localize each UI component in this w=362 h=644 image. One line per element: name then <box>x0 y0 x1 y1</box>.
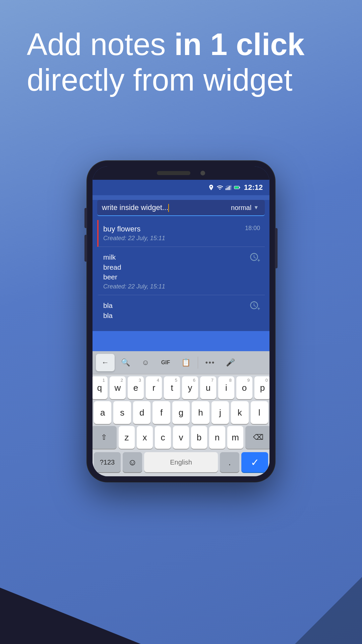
keyboard-keys[interactable]: 1q 2w 3e 4r 5t 6y 7u 8i 9o 0p a s <box>93 374 269 451</box>
hero-text-block: Add notes in 1 click directly from widge… <box>27 27 335 98</box>
key-p[interactable]: 0p <box>254 376 269 399</box>
location-icon <box>208 184 215 191</box>
widget-text-input[interactable]: write inside widget... <box>102 203 228 212</box>
note-title: buy flowers <box>103 225 245 233</box>
phone-button-volume-down <box>84 235 87 262</box>
key-t[interactable]: 5t <box>164 376 180 399</box>
key-numbers[interactable]: ?123 <box>94 452 121 472</box>
key-d[interactable]: d <box>133 401 150 424</box>
key-a[interactable]: a <box>94 401 111 424</box>
key-i[interactable]: 8i <box>218 376 234 399</box>
add-reminder-button[interactable]: + <box>249 252 260 263</box>
widget-input-text: write inside widget... <box>102 203 168 212</box>
key-e[interactable]: 3e <box>128 376 144 399</box>
key-l[interactable]: l <box>251 401 268 424</box>
plus-icon: + <box>257 306 260 311</box>
keyboard-clipboard-button[interactable]: 📋 <box>176 354 195 371</box>
wifi-icon <box>217 184 223 191</box>
key-s[interactable]: s <box>113 401 131 424</box>
key-backspace[interactable]: ⌫ <box>245 426 269 449</box>
keyboard-area[interactable]: ← 🔍 ☺ GIF 📋 ••• 🎤 1q 2w 3e <box>93 351 269 476</box>
text-cursor <box>168 204 169 212</box>
key-v[interactable]: v <box>173 426 189 449</box>
key-emoji[interactable]: ☺ <box>123 452 142 472</box>
key-enter[interactable]: ✓ <box>241 452 268 472</box>
keyboard-row-2: a s d f g h j k l <box>94 401 268 424</box>
phone-mockup: 12:12 write inside widget... normal ▼ <box>87 161 275 482</box>
phone-button-power <box>275 228 278 268</box>
bg-corner-right-decoration <box>295 577 362 644</box>
hero-line1-normal: Add notes <box>27 27 174 61</box>
svg-rect-2 <box>228 187 229 190</box>
priority-dropdown[interactable]: normal ▼ <box>231 204 260 212</box>
phone-camera <box>200 171 205 175</box>
hero-line2: directly from widget <box>27 63 292 97</box>
svg-rect-6 <box>239 187 240 188</box>
key-f[interactable]: f <box>153 401 170 424</box>
key-h[interactable]: h <box>192 401 209 424</box>
battery-icon <box>234 184 241 191</box>
hero-line1-bold: in 1 click <box>174 27 305 61</box>
keyboard-row-3: ⇧ z x c v b n m ⌫ <box>94 426 268 449</box>
chevron-down-icon: ▼ <box>253 205 259 211</box>
plus-icon: + <box>257 258 260 263</box>
key-n[interactable]: n <box>209 426 225 449</box>
key-j[interactable]: j <box>212 401 229 424</box>
key-space[interactable]: English <box>144 452 218 472</box>
key-shift[interactable]: ⇧ <box>93 426 117 449</box>
keyboard-gif-button[interactable]: GIF <box>156 354 175 371</box>
note-meta: 18:00 <box>245 225 260 232</box>
note-time: 18:00 <box>245 225 260 232</box>
note-date: Created: 22 July, 15:11 <box>103 235 245 242</box>
keyboard-more-button[interactable]: ••• <box>201 354 220 371</box>
phone-speaker <box>157 171 190 175</box>
note-item[interactable]: buy flowers Created: 22 July, 15:11 18:0… <box>97 220 265 247</box>
svg-rect-4 <box>231 185 232 190</box>
add-reminder-button[interactable]: + <box>249 301 260 311</box>
keyboard-toolbar[interactable]: ← 🔍 ☺ GIF 📋 ••• 🎤 <box>93 351 269 374</box>
key-r[interactable]: 4r <box>146 376 162 399</box>
phone-button-volume-up <box>84 208 87 228</box>
widget-input-row[interactable]: write inside widget... normal ▼ <box>97 200 265 216</box>
key-w[interactable]: 2w <box>110 376 126 399</box>
note-meta[interactable]: + <box>249 252 260 263</box>
svg-rect-0 <box>226 189 227 190</box>
key-y[interactable]: 6y <box>182 376 198 399</box>
key-z[interactable]: z <box>119 426 135 449</box>
widget-area[interactable]: write inside widget... normal ▼ buy flow… <box>93 200 269 351</box>
key-g[interactable]: g <box>172 401 190 424</box>
status-bar: 12:12 <box>93 180 269 195</box>
keyboard-mic-button[interactable]: 🎤 <box>221 354 240 371</box>
svg-rect-7 <box>235 186 239 189</box>
status-icons: 12:12 <box>208 183 263 192</box>
key-k[interactable]: k <box>231 401 248 424</box>
dropdown-label: normal <box>231 204 251 212</box>
keyboard-bottom-row[interactable]: ?123 ☺ English . ✓ <box>93 451 269 476</box>
note-content: blabla <box>103 301 249 322</box>
key-q[interactable]: 1q <box>93 376 108 399</box>
key-c[interactable]: c <box>155 426 171 449</box>
note-date: Created: 22 July, 15:11 <box>103 283 249 290</box>
bg-corner-decoration <box>0 503 141 644</box>
signal-icon <box>225 184 232 191</box>
note-content: milkbreadbeer Created: 22 July, 15:11 <box>103 252 249 290</box>
note-text: milkbreadbeer <box>103 252 249 282</box>
key-period[interactable]: . <box>220 452 239 472</box>
key-o[interactable]: 9o <box>236 376 252 399</box>
key-x[interactable]: x <box>137 426 153 449</box>
status-time: 12:12 <box>244 183 263 192</box>
key-m[interactable]: m <box>227 426 243 449</box>
note-item[interactable]: milkbreadbeer Created: 22 July, 15:11 + <box>97 248 265 295</box>
keyboard-sticker-button[interactable]: ☺ <box>136 354 155 371</box>
keyboard-search-button[interactable]: 🔍 <box>116 354 135 371</box>
note-content: buy flowers Created: 22 July, 15:11 <box>103 225 245 242</box>
note-item[interactable]: blabla + <box>97 296 265 326</box>
toolbar-separator <box>198 357 198 369</box>
notes-list: buy flowers Created: 22 July, 15:11 18:0… <box>97 220 265 326</box>
key-u[interactable]: 7u <box>200 376 216 399</box>
note-meta[interactable]: + <box>249 301 260 311</box>
keyboard-back-button[interactable]: ← <box>96 354 115 371</box>
key-b[interactable]: b <box>191 426 207 449</box>
phone-top-bar <box>93 166 269 180</box>
svg-rect-1 <box>227 187 228 190</box>
